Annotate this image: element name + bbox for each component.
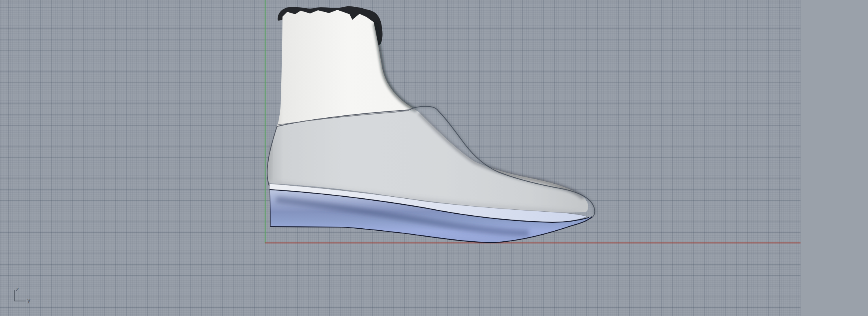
scene-svg: z y bbox=[0, 0, 868, 316]
gizmo-z-label: z bbox=[16, 286, 19, 292]
viewport-canvas[interactable]: z y bbox=[0, 0, 868, 316]
gizmo-y-label: y bbox=[27, 297, 30, 303]
